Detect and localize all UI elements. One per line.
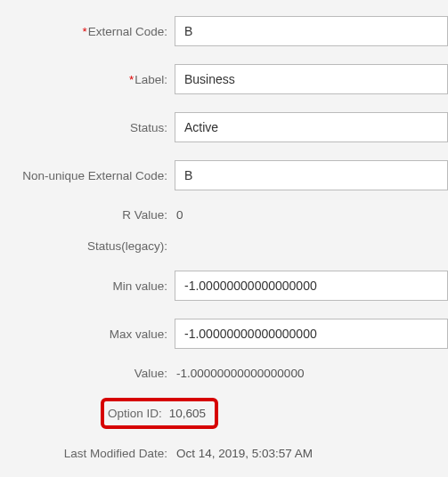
max-value-input[interactable] (175, 319, 448, 349)
r-value-value: 0 (175, 208, 183, 222)
option-id-value: 10,605 (169, 407, 206, 420)
label-text: R Value: (122, 208, 167, 222)
label-status-legacy: Status(legacy): (0, 239, 175, 253)
label-last-modified-date: Last Modified Date: (0, 447, 175, 460)
label-text: Max value: (110, 327, 167, 341)
option-id-highlight: Option ID: 10,605 (101, 398, 218, 429)
label-text: Non-unique External Code: (22, 169, 167, 182)
label-option-id: Option ID: (108, 407, 162, 420)
row-min-value: Min value: (0, 271, 448, 301)
row-status-legacy: Status(legacy): (0, 239, 448, 253)
label-text: Last Modified Date: (64, 447, 167, 460)
required-asterisk: * (129, 73, 134, 86)
label-text: Label: (134, 73, 167, 86)
label-min-value: Min value: (0, 279, 175, 293)
row-external-code: *External Code: (0, 16, 448, 46)
row-non-unique-external-code: Non-unique External Code: (0, 160, 448, 190)
label-text: Status: (130, 121, 167, 134)
last-modified-date-value: Oct 14, 2019, 5:03:57 AM (175, 447, 313, 460)
label-value: Value: (0, 367, 175, 380)
row-option-id: Option ID: 10,605 (0, 398, 448, 429)
label-external-code: *External Code: (0, 25, 175, 38)
label-text: Value: (134, 367, 167, 380)
label-text: Min value: (112, 279, 167, 293)
row-r-value: R Value: 0 (0, 208, 448, 222)
form-container: *External Code: *Label: Status: Non-uniq… (0, 0, 448, 460)
row-status: Status: (0, 112, 448, 142)
label-label: *Label: (0, 73, 175, 86)
label-non-unique-external-code: Non-unique External Code: (0, 169, 175, 182)
row-label: *Label: (0, 64, 448, 94)
label-text: Status(legacy): (87, 239, 167, 253)
external-code-input[interactable] (175, 16, 448, 46)
status-input[interactable] (175, 112, 448, 142)
row-last-modified-date: Last Modified Date: Oct 14, 2019, 5:03:5… (0, 447, 448, 460)
label-max-value: Max value: (0, 327, 175, 341)
label-status: Status: (0, 121, 175, 134)
label-input[interactable] (175, 64, 448, 94)
min-value-input[interactable] (175, 271, 448, 301)
required-asterisk: * (82, 25, 86, 38)
value-value: -1.00000000000000000 (175, 367, 304, 380)
row-value: Value: -1.00000000000000000 (0, 367, 448, 380)
label-r-value: R Value: (0, 208, 175, 222)
non-unique-external-code-input[interactable] (175, 160, 448, 190)
label-text: External Code: (88, 25, 167, 38)
row-max-value: Max value: (0, 319, 448, 349)
